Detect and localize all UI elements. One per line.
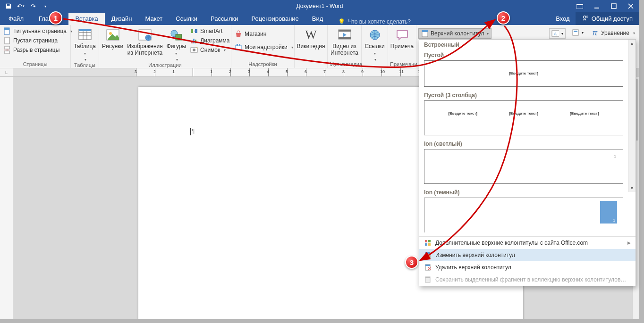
chart-button[interactable]: Диаграмма: [189, 36, 232, 45]
annotation-marker-3: 3: [405, 256, 418, 269]
cover-page-button[interactable]: Титульная страница: [2, 26, 75, 36]
annotation-marker-2: 2: [497, 11, 510, 25]
store-button[interactable]: Магазин: [233, 29, 296, 39]
lightbulb-icon: 💡: [338, 18, 345, 25]
undo-button[interactable]: ↶▾: [15, 1, 26, 11]
tell-me-search[interactable]: 💡 Что вы хотите сделать?: [338, 18, 411, 25]
tab-review[interactable]: Рецензирование: [245, 13, 305, 25]
ion-dark-block: 1: [600, 201, 617, 224]
tab-view[interactable]: Вид: [305, 13, 330, 25]
group-links-label: [364, 62, 386, 69]
tab-design[interactable]: Дизайн: [105, 13, 139, 25]
gallery-item-title: Пустой: [419, 50, 628, 60]
online-video-icon: [337, 27, 352, 42]
qat-customize-button[interactable]: ▾: [40, 1, 51, 11]
svg-rect-8: [5, 37, 9, 44]
svg-rect-26: [191, 41, 193, 43]
ruler-corner[interactable]: L: [0, 68, 13, 77]
gallery-item-ion-light[interactable]: 1: [424, 149, 623, 184]
quick-parts-button[interactable]: ▾: [570, 28, 585, 37]
remove-header-action[interactable]: Удалить верхний колонтитул: [419, 261, 636, 273]
svg-rect-39: [422, 30, 428, 32]
page-number: 1: [614, 154, 616, 158]
gallery-item-title: Пустой (3 столбца): [419, 91, 628, 100]
wikipedia-label: Википедия: [297, 43, 325, 50]
title-bar: ↶▾ ↷ ▾ Документ1 - Word: [0, 0, 639, 12]
minimize-button[interactable]: [588, 0, 605, 12]
shapes-button[interactable]: Фигуры: [166, 26, 187, 62]
pictures-icon: [105, 27, 120, 42]
svg-point-19: [109, 32, 112, 35]
svg-rect-44: [425, 240, 427, 242]
header-button[interactable]: Верхний колонтитул: [418, 28, 491, 39]
gallery-item-ion-dark[interactable]: 1: [424, 198, 623, 232]
tab-mailings[interactable]: Рассылки: [204, 13, 245, 25]
svg-rect-45: [428, 240, 431, 242]
window-title: Документ1 - Word: [0, 3, 639, 9]
share-button[interactable]: Общий доступ: [576, 12, 639, 25]
pictures-button[interactable]: Рисунки: [101, 26, 124, 50]
comment-label: Примеча: [390, 43, 414, 50]
chart-icon: [190, 37, 198, 44]
gallery-scrollbar[interactable]: ▲ ▼: [628, 40, 636, 192]
save-selection-label: Сохранить выделенный фрагмент в коллекци…: [435, 276, 626, 283]
table-icon: [77, 27, 93, 42]
wikipedia-button[interactable]: W Википедия: [296, 26, 326, 50]
svg-text:A: A: [554, 32, 557, 36]
tab-insert[interactable]: Вставка: [68, 13, 104, 25]
my-addins-button[interactable]: Мои надстройки: [233, 42, 296, 52]
blank-page-button[interactable]: Пустая страница: [2, 36, 75, 45]
page-break-icon: [3, 46, 11, 54]
links-button[interactable]: Ссылки: [364, 26, 386, 62]
vertical-ruler[interactable]: [0, 77, 13, 319]
tab-layout[interactable]: Макет: [138, 13, 169, 25]
redo-button[interactable]: ↷: [27, 1, 39, 11]
gallery-item-empty-3col[interactable]: [Введите текст] [Введите текст] [Введите…: [424, 100, 623, 135]
online-video-button[interactable]: Видео из Интернета: [330, 26, 359, 57]
table-button[interactable]: Таблица: [73, 26, 97, 62]
svg-point-30: [193, 49, 195, 51]
maximize-button[interactable]: [605, 0, 622, 12]
save-header-selection-action: Сохранить выделенный фрагмент в коллекци…: [419, 273, 636, 286]
remove-header-label: Удалить верхний колонтитул: [435, 264, 511, 271]
share-label: Общий доступ: [592, 15, 633, 22]
scroll-down-icon[interactable]: ▼: [628, 184, 636, 192]
my-addins-icon: [235, 43, 242, 51]
group-pages-label: Страницы: [2, 61, 68, 68]
tab-file[interactable]: Файл: [0, 13, 32, 25]
screenshot-button[interactable]: Снимок: [189, 45, 232, 55]
textbox-icon: A: [551, 30, 559, 37]
svg-rect-3: [611, 4, 616, 8]
store-icon: [235, 30, 242, 38]
more-headers-office-action[interactable]: Дополнительные верхние колонтитулы с сай…: [419, 237, 636, 249]
share-icon: [582, 15, 589, 23]
equation-button[interactable]: π Уравнение: [590, 28, 637, 38]
close-button[interactable]: [622, 0, 639, 12]
office-icon: [424, 239, 432, 247]
cover-page-label: Титульная страница: [13, 28, 67, 34]
links-label: Ссылки: [364, 43, 385, 57]
scroll-up-icon[interactable]: ▲: [628, 40, 636, 47]
svg-rect-43: [574, 31, 577, 32]
tab-references[interactable]: Ссылки: [169, 13, 204, 25]
cover-page-icon: [3, 27, 11, 35]
smartart-button[interactable]: SmartArt: [189, 26, 232, 36]
svg-rect-32: [237, 44, 238, 46]
edit-header-label: Изменить верхний колонтитул: [435, 252, 515, 258]
text-box-button[interactable]: A ▾: [549, 28, 566, 39]
save-button[interactable]: [3, 1, 14, 11]
ribbon-display-options-button[interactable]: [571, 0, 588, 12]
svg-rect-7: [4, 28, 9, 30]
edit-header-action[interactable]: Изменить верхний колонтитул: [419, 249, 636, 261]
svg-rect-31: [236, 45, 241, 50]
page-break-button[interactable]: Разрыв страницы: [2, 45, 75, 55]
online-pictures-button[interactable]: Изображения из Интернета: [126, 26, 163, 57]
gallery-item-empty[interactable]: [Введите текст]: [424, 60, 623, 87]
svg-rect-25: [195, 29, 197, 33]
svg-rect-51: [425, 265, 430, 266]
chevron-right-icon: ▶: [627, 240, 631, 245]
comment-button[interactable]: Примеча: [390, 26, 415, 50]
quick-parts-icon: [572, 29, 579, 36]
smartart-icon: [190, 27, 198, 35]
sign-in-link[interactable]: Вход: [550, 13, 575, 25]
